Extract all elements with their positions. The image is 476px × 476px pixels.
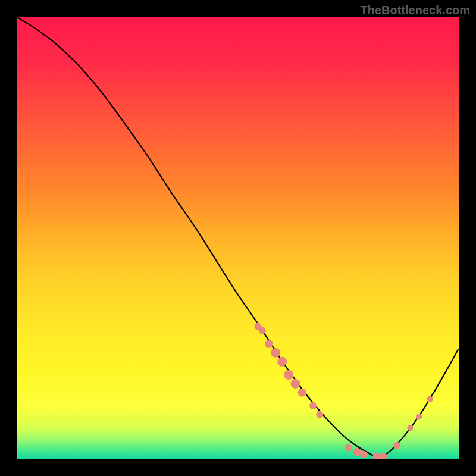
chart-plot-area xyxy=(17,17,459,459)
svg-rect-0 xyxy=(17,17,459,459)
watermark-text: TheBottleneck.com xyxy=(361,4,470,17)
gradient-background xyxy=(17,17,459,459)
